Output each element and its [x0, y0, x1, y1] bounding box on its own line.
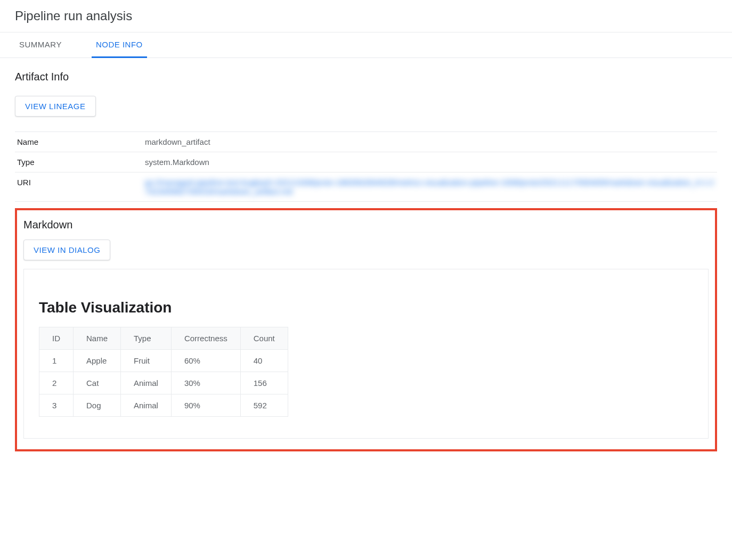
markdown-preview: Table Visualization ID Name Type Correct… [23, 269, 709, 439]
cell-id: 1 [39, 350, 74, 372]
cell-id: 2 [39, 372, 74, 394]
tabs: SUMMARY NODE INFO [0, 32, 732, 58]
cell-id: 3 [39, 394, 74, 417]
col-count: Count [240, 327, 288, 350]
view-lineage-button[interactable]: VIEW LINEAGE [15, 96, 96, 117]
info-row-uri: URI gs://managed-pipeline-test-bugbash-2… [15, 172, 717, 202]
table-row: 1 Apple Fruit 60% 40 [39, 350, 288, 372]
artifact-info-table: Name markdown_artifact Type system.Markd… [15, 131, 717, 202]
info-val: system.Markdown [143, 152, 717, 172]
markdown-title: Markdown [23, 219, 709, 231]
cell-correctness: 90% [171, 394, 240, 417]
col-name: Name [74, 327, 121, 350]
artifact-info-title: Artifact Info [15, 71, 717, 83]
tab-summary[interactable]: SUMMARY [15, 32, 66, 58]
table-row: 2 Cat Animal 30% 156 [39, 372, 288, 394]
info-key: Type [15, 152, 143, 172]
col-correctness: Correctness [171, 327, 240, 350]
cell-correctness: 30% [171, 372, 240, 394]
table-row: 3 Dog Animal 90% 592 [39, 394, 288, 417]
cell-type: Animal [121, 372, 172, 394]
uri-link[interactable]: gs://managed-pipeline-test-bugbash-2021/… [145, 178, 714, 196]
info-row-type: Type system.Markdown [15, 152, 717, 172]
cell-count: 592 [240, 394, 288, 417]
col-type: Type [121, 327, 172, 350]
cell-name: Apple [74, 350, 121, 372]
table-header-row: ID Name Type Correctness Count [39, 327, 288, 350]
content-area: Artifact Info VIEW LINEAGE Name markdown… [0, 58, 732, 464]
cell-name: Dog [74, 394, 121, 417]
markdown-highlight-box: Markdown VIEW IN DIALOG Table Visualizat… [15, 208, 717, 451]
info-key: Name [15, 132, 143, 152]
info-val: markdown_artifact [143, 132, 717, 152]
cell-name: Cat [74, 372, 121, 394]
info-val: gs://managed-pipeline-test-bugbash-2021/… [143, 172, 717, 202]
cell-type: Animal [121, 394, 172, 417]
view-in-dialog-button[interactable]: VIEW IN DIALOG [23, 240, 110, 260]
preview-heading: Table Visualization [39, 299, 693, 316]
visualization-table: ID Name Type Correctness Count 1 Apple F… [39, 327, 288, 417]
info-key: URI [15, 172, 143, 202]
page-title: Pipeline run analysis [0, 0, 732, 32]
cell-count: 40 [240, 350, 288, 372]
tab-node-info[interactable]: NODE INFO [92, 32, 147, 58]
cell-correctness: 60% [171, 350, 240, 372]
cell-count: 156 [240, 372, 288, 394]
cell-type: Fruit [121, 350, 172, 372]
col-id: ID [39, 327, 74, 350]
info-row-name: Name markdown_artifact [15, 132, 717, 152]
